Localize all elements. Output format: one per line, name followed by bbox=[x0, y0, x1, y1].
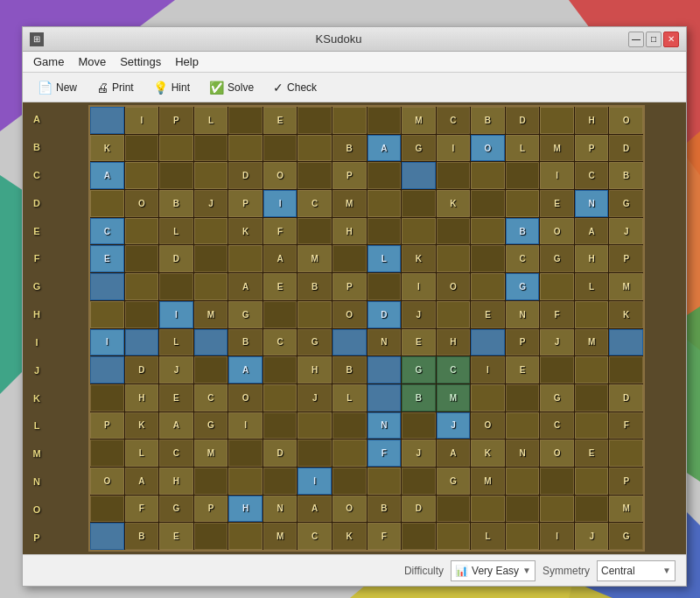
table-row[interactable]: M bbox=[332, 190, 367, 217]
new-button[interactable]: 📄 New bbox=[30, 77, 85, 98]
table-row[interactable] bbox=[298, 107, 332, 134]
table-row[interactable]: C bbox=[575, 162, 609, 189]
table-row[interactable] bbox=[609, 440, 643, 467]
table-row[interactable]: M bbox=[194, 301, 228, 328]
table-row[interactable]: L bbox=[575, 273, 609, 300]
table-row[interactable]: L bbox=[471, 523, 505, 550]
table-row[interactable]: K bbox=[609, 301, 643, 328]
table-row[interactable]: O bbox=[263, 162, 298, 189]
table-row[interactable] bbox=[263, 468, 298, 495]
table-row[interactable] bbox=[471, 496, 505, 523]
table-row[interactable]: F bbox=[609, 412, 643, 440]
table-row[interactable]: P bbox=[332, 162, 367, 189]
table-row[interactable] bbox=[125, 162, 159, 189]
table-row[interactable]: A bbox=[437, 440, 471, 467]
table-row[interactable]: G bbox=[402, 356, 436, 383]
table-row[interactable] bbox=[506, 162, 540, 189]
table-row[interactable] bbox=[228, 440, 262, 467]
table-row[interactable]: B bbox=[609, 162, 643, 189]
menu-settings[interactable]: Settings bbox=[113, 53, 168, 70]
table-row[interactable] bbox=[298, 440, 332, 467]
table-row[interactable]: L bbox=[368, 245, 402, 272]
table-row[interactable]: C bbox=[90, 218, 124, 245]
table-row[interactable]: A bbox=[263, 245, 298, 272]
table-row[interactable] bbox=[402, 190, 436, 217]
table-row[interactable]: H bbox=[159, 468, 193, 495]
table-row[interactable] bbox=[609, 329, 643, 356]
table-row[interactable]: D bbox=[159, 245, 193, 272]
table-row[interactable] bbox=[125, 135, 159, 162]
difficulty-combo[interactable]: 📊 Very Easy ▼ bbox=[451, 560, 536, 581]
table-row[interactable]: G bbox=[228, 301, 262, 328]
table-row[interactable] bbox=[332, 107, 367, 134]
table-row[interactable]: M bbox=[540, 135, 574, 162]
table-row[interactable]: O bbox=[540, 440, 574, 467]
table-row[interactable] bbox=[368, 356, 402, 383]
table-row[interactable] bbox=[332, 245, 367, 272]
table-row[interactable] bbox=[228, 468, 262, 495]
table-row[interactable]: P bbox=[609, 468, 643, 495]
table-row[interactable] bbox=[332, 329, 367, 356]
table-row[interactable]: N bbox=[506, 301, 540, 328]
table-row[interactable]: B bbox=[368, 496, 402, 523]
table-row[interactable] bbox=[298, 301, 332, 328]
table-row[interactable] bbox=[194, 468, 228, 495]
table-row[interactable]: D bbox=[609, 135, 643, 162]
table-row[interactable] bbox=[506, 412, 540, 440]
table-row[interactable] bbox=[194, 218, 228, 245]
table-row[interactable] bbox=[402, 218, 436, 245]
table-row[interactable]: K bbox=[471, 440, 505, 467]
table-row[interactable]: G bbox=[402, 135, 436, 162]
table-row[interactable] bbox=[332, 440, 367, 467]
symmetry-combo[interactable]: Central ▼ bbox=[597, 560, 676, 581]
table-row[interactable]: F bbox=[368, 440, 402, 467]
table-row[interactable] bbox=[90, 384, 124, 412]
table-row[interactable] bbox=[194, 356, 228, 383]
table-row[interactable] bbox=[368, 218, 402, 245]
table-row[interactable] bbox=[263, 384, 298, 412]
table-row[interactable] bbox=[402, 412, 436, 440]
table-row[interactable]: P bbox=[609, 245, 643, 272]
table-row[interactable] bbox=[471, 245, 505, 272]
table-row[interactable]: A bbox=[159, 412, 193, 440]
table-row[interactable] bbox=[228, 107, 262, 134]
table-row[interactable] bbox=[540, 468, 574, 495]
table-row[interactable] bbox=[159, 162, 193, 189]
close-button[interactable]: ✕ bbox=[663, 32, 679, 47]
table-row[interactable]: G bbox=[540, 245, 574, 272]
table-row[interactable]: A bbox=[125, 468, 159, 495]
table-row[interactable] bbox=[368, 273, 402, 300]
table-row[interactable] bbox=[90, 107, 124, 134]
table-row[interactable] bbox=[263, 301, 298, 328]
table-row[interactable]: B bbox=[125, 523, 159, 550]
table-row[interactable]: E bbox=[263, 107, 298, 134]
table-row[interactable]: A bbox=[228, 273, 262, 300]
table-row[interactable] bbox=[575, 301, 609, 328]
table-row[interactable] bbox=[437, 162, 471, 189]
maximize-button[interactable]: □ bbox=[646, 32, 662, 47]
table-row[interactable]: E bbox=[540, 190, 574, 217]
table-row[interactable]: D bbox=[125, 356, 159, 383]
table-row[interactable] bbox=[298, 162, 332, 189]
table-row[interactable] bbox=[194, 523, 228, 550]
table-row[interactable]: O bbox=[90, 468, 124, 495]
table-row[interactable]: C bbox=[298, 523, 332, 550]
table-row[interactable] bbox=[437, 523, 471, 550]
table-row[interactable]: E bbox=[263, 273, 298, 300]
table-row[interactable] bbox=[506, 384, 540, 412]
table-row[interactable] bbox=[90, 190, 124, 217]
table-row[interactable] bbox=[506, 523, 540, 550]
table-row[interactable]: E bbox=[402, 329, 436, 356]
table-row[interactable]: P bbox=[575, 135, 609, 162]
table-row[interactable]: M bbox=[609, 273, 643, 300]
table-row[interactable]: C bbox=[437, 107, 471, 134]
hint-button[interactable]: 💡 Hint bbox=[145, 77, 198, 98]
table-row[interactable]: D bbox=[368, 301, 402, 328]
table-row[interactable]: N bbox=[506, 440, 540, 467]
table-row[interactable]: E bbox=[90, 245, 124, 272]
table-row[interactable]: J bbox=[298, 384, 332, 412]
table-row[interactable] bbox=[194, 245, 228, 272]
table-row[interactable]: J bbox=[575, 523, 609, 550]
table-row[interactable]: J bbox=[159, 356, 193, 383]
table-row[interactable]: I bbox=[125, 107, 159, 134]
